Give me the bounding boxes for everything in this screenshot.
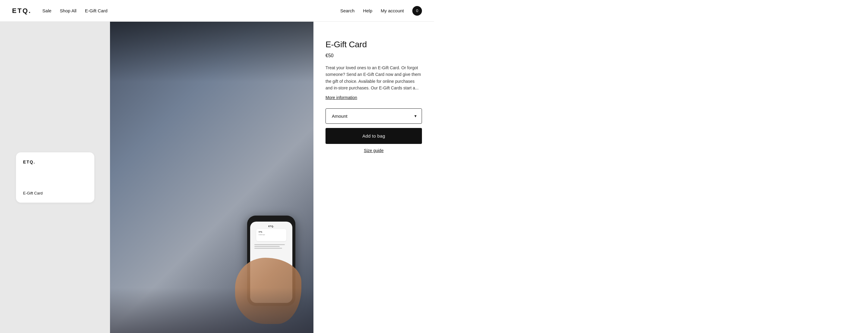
text-line-2 bbox=[254, 246, 280, 247]
nav: Sale Shop All E-Gift Card bbox=[42, 8, 107, 13]
product-price: €50 bbox=[326, 53, 422, 58]
size-guide-link[interactable]: Size guide bbox=[326, 148, 422, 153]
text-line-3 bbox=[254, 248, 282, 249]
left-panel: ETQ. E-Gift Card bbox=[0, 22, 110, 333]
help-link[interactable]: Help bbox=[363, 8, 372, 13]
nav-egift-card[interactable]: E-Gift Card bbox=[85, 8, 107, 13]
text-line-1 bbox=[254, 244, 284, 245]
my-account-link[interactable]: My account bbox=[381, 8, 404, 13]
nav-shop-all[interactable]: Shop All bbox=[60, 8, 76, 13]
phone-screen-logo: ETQ. bbox=[268, 225, 274, 227]
search-link[interactable]: Search bbox=[340, 8, 355, 13]
tile-label: E-Gift Card bbox=[23, 191, 87, 195]
logo[interactable]: ETQ. bbox=[12, 7, 32, 15]
header: ETQ. Sale Shop All E-Gift Card Search He… bbox=[0, 0, 434, 22]
phone-card-mini: ETQ. E-Gift Card bbox=[256, 229, 286, 241]
more-info-link[interactable]: More information bbox=[326, 95, 422, 100]
phone-mini-logo: ETQ. bbox=[258, 231, 284, 233]
header-left: ETQ. Sale Shop All E-Gift Card bbox=[12, 7, 107, 15]
hand-shape bbox=[235, 258, 301, 324]
header-right: Search Help My account 0 bbox=[340, 6, 422, 15]
amount-select[interactable]: Amount €25 €50 €75 €100 €150 €200 bbox=[326, 108, 422, 124]
center-image-panel: ETQ. ETQ. E-Gift Card bbox=[110, 22, 313, 333]
product-description: Treat your loved ones to an E-Gift Card.… bbox=[326, 64, 422, 92]
phone-text-lines bbox=[254, 244, 288, 249]
product-photo: ETQ. ETQ. E-Gift Card bbox=[110, 22, 313, 333]
amount-select-wrapper: Amount €25 €50 €75 €100 €150 €200 ▾ bbox=[326, 108, 422, 124]
cart-badge[interactable]: 0 bbox=[412, 6, 422, 15]
add-to-bag-button[interactable]: Add to bag bbox=[326, 128, 422, 144]
right-panel: E-Gift Card €50 Treat your loved ones to… bbox=[313, 22, 434, 333]
phone-notch bbox=[264, 215, 279, 221]
product-title: E-Gift Card bbox=[326, 40, 422, 49]
phone-mini-label: E-Gift Card bbox=[258, 234, 284, 235]
tile-logo: ETQ. bbox=[23, 160, 87, 164]
page-layout: ETQ. E-Gift Card ETQ. ETQ. E-Gift Card bbox=[0, 22, 434, 333]
nav-sale[interactable]: Sale bbox=[42, 8, 52, 13]
gift-card-tile[interactable]: ETQ. E-Gift Card bbox=[16, 152, 94, 203]
phone-mock: ETQ. ETQ. E-Gift Card bbox=[241, 209, 301, 324]
